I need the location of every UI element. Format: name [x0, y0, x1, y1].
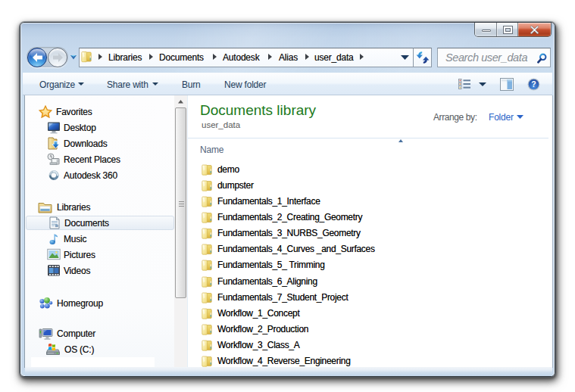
svg-text:?: ?: [531, 79, 536, 89]
